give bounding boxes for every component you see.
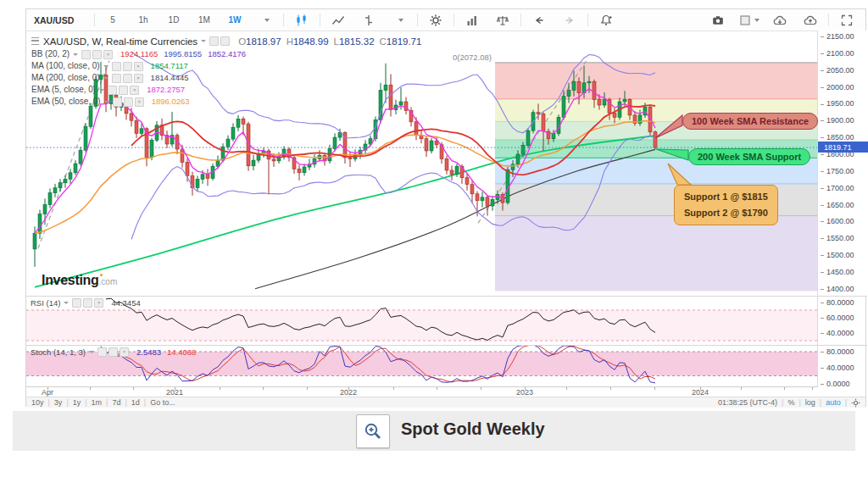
time-tick bbox=[654, 387, 655, 390]
interval-menu-caret[interactable] bbox=[251, 12, 280, 28]
close-icon[interactable]: × bbox=[120, 347, 129, 357]
bb-mid-value: 1924.1165 bbox=[120, 48, 158, 60]
stoch-legend-row[interactable]: Stoch (14, 1, 3) × 2.5483 14.4068 bbox=[31, 347, 196, 357]
separator bbox=[587, 14, 588, 26]
eye-icon[interactable] bbox=[112, 62, 121, 71]
indicator-row-ema5[interactable]: EMA (5, close, 0) × 1872.2757 bbox=[31, 84, 426, 96]
close-icon[interactable]: × bbox=[134, 74, 143, 83]
separator: | bbox=[798, 398, 800, 407]
indicator-row-bb[interactable]: BB (20, 2) × 1924.1165 1995.8155 1852.41… bbox=[31, 48, 426, 60]
time-tick-label: 2023 bbox=[516, 388, 533, 397]
gear-icon[interactable] bbox=[123, 74, 132, 83]
close-icon[interactable]: × bbox=[94, 298, 103, 308]
low-label: L bbox=[334, 36, 339, 47]
zoom-in-button[interactable] bbox=[356, 414, 390, 448]
close-icon[interactable]: × bbox=[130, 86, 139, 95]
interval-1d-button[interactable]: 1D bbox=[159, 12, 188, 28]
interval-1h-button[interactable]: 1h bbox=[129, 12, 158, 28]
stoch-tick-label: 40.0000 bbox=[821, 364, 854, 372]
fullscreen-button[interactable] bbox=[832, 12, 861, 28]
compare-button[interactable] bbox=[488, 12, 517, 28]
chevron-down-icon bbox=[264, 19, 270, 22]
annotation-support[interactable]: 200 Week SMA Support bbox=[688, 148, 810, 165]
percent-scale-button[interactable]: % bbox=[787, 398, 794, 407]
chart-settings-button[interactable] bbox=[421, 12, 450, 28]
redo-button[interactable] bbox=[555, 12, 584, 28]
alert-button[interactable] bbox=[592, 12, 620, 28]
eye-icon[interactable] bbox=[209, 36, 219, 46]
range-7d-button[interactable]: 7d bbox=[112, 398, 120, 407]
eye-icon[interactable] bbox=[112, 74, 121, 83]
chevron-down-icon bbox=[64, 302, 69, 304]
open-value: 1818.97 bbox=[246, 36, 281, 47]
annotation-support-levels[interactable]: Support 1 @ $1815 Support 2 @ $1790 bbox=[674, 185, 778, 225]
range-1m-button[interactable]: 1m bbox=[92, 398, 103, 407]
time-tick bbox=[481, 387, 481, 390]
load-layout-button[interactable] bbox=[765, 12, 794, 28]
stoch-axis[interactable]: 80.000040.00000.0000 bbox=[817, 345, 867, 387]
interval-5m-button[interactable]: 5 bbox=[98, 12, 127, 28]
chart-type-menu-caret[interactable] bbox=[385, 12, 414, 28]
interval-1m-button[interactable]: 1M bbox=[190, 12, 219, 28]
goto-button[interactable]: Go to... bbox=[150, 398, 175, 407]
price-tick-label: 1550.00 bbox=[821, 234, 854, 242]
rsi-axis[interactable]: 80.000060.000040.0000 bbox=[817, 296, 867, 346]
chart-type-candles-button[interactable] bbox=[287, 12, 316, 28]
annotation-resistance[interactable]: 100 Week SMA Resistance bbox=[682, 113, 818, 130]
interval-label: 1M bbox=[198, 15, 210, 25]
gear-icon[interactable] bbox=[92, 50, 102, 59]
stoch-panel[interactable]: Stoch (14, 1, 3) × 2.5483 14.4068 bbox=[26, 345, 817, 387]
auto-scale-button[interactable]: auto bbox=[826, 398, 841, 407]
indicator-row-ema50[interactable]: EMA (50, close, 0) × 1896.0263 bbox=[31, 96, 426, 108]
gear-icon[interactable] bbox=[119, 86, 128, 95]
log-scale-button[interactable]: log bbox=[805, 398, 815, 407]
save-layout-button[interactable] bbox=[796, 12, 825, 28]
indicator-row-ma200[interactable]: MA (200, close, 0) × 1814.4445 bbox=[31, 72, 426, 84]
close-icon[interactable]: × bbox=[134, 62, 143, 71]
range-3y-button[interactable]: 3y bbox=[54, 398, 63, 407]
chart-type-bars-button[interactable] bbox=[354, 12, 383, 28]
layout-button[interactable] bbox=[734, 12, 764, 28]
gear-icon[interactable] bbox=[220, 36, 230, 46]
indicators-button[interactable] bbox=[458, 12, 487, 28]
range-10y-button[interactable]: 10y bbox=[31, 398, 44, 407]
brand-dot bbox=[100, 274, 103, 276]
interval-label: 1W bbox=[229, 15, 242, 25]
chevron-down-icon bbox=[754, 19, 760, 22]
rsi-legend-row[interactable]: RSI (14) × 44.3454 bbox=[31, 298, 141, 308]
range-1d-button[interactable]: 1d bbox=[131, 398, 140, 407]
camera-icon bbox=[711, 14, 725, 27]
eye-icon[interactable] bbox=[81, 50, 91, 59]
indicator-row-ma100[interactable]: MA (100, close, 0) × 1854.7117 bbox=[31, 60, 426, 72]
rsi-value: 44.3454 bbox=[111, 298, 140, 308]
rsi-tick-label: 40.0000 bbox=[821, 329, 854, 337]
gear-icon[interactable] bbox=[83, 298, 92, 308]
price-tick-label: 1700.00 bbox=[821, 184, 854, 192]
eye-icon[interactable] bbox=[113, 97, 122, 107]
price-tick-label: 2000.00 bbox=[821, 83, 854, 92]
price-axis[interactable]: 2150.002100.002050.002000.001950.001900.… bbox=[817, 31, 867, 296]
close-icon[interactable]: × bbox=[103, 50, 113, 59]
interval-label: 5 bbox=[110, 15, 115, 25]
clock-readout[interactable]: 01:38:25 (UTC-4) bbox=[718, 398, 777, 407]
gear-icon[interactable] bbox=[124, 97, 133, 107]
range-1y-button[interactable]: 1y bbox=[73, 398, 81, 407]
gear-icon[interactable] bbox=[123, 62, 132, 71]
candlestick-chart-icon bbox=[295, 14, 309, 27]
eye-icon[interactable] bbox=[108, 86, 117, 95]
time-tick bbox=[393, 387, 394, 390]
instrument-legend-row[interactable]: XAU/USD, W, Real-time Currencies O1818.9… bbox=[31, 34, 426, 48]
eye-icon[interactable] bbox=[97, 347, 107, 357]
ma100-value: 1854.7117 bbox=[151, 60, 188, 72]
eye-icon[interactable] bbox=[72, 298, 81, 308]
snapshot-button[interactable] bbox=[704, 12, 732, 28]
gear-icon[interactable] bbox=[108, 347, 118, 357]
undo-button[interactable] bbox=[525, 12, 554, 28]
annotation-text: 200 Week SMA Support bbox=[698, 152, 801, 162]
interval-1w-button[interactable]: 1W bbox=[220, 12, 249, 28]
chart-type-line-button[interactable] bbox=[324, 12, 353, 28]
close-icon[interactable]: × bbox=[135, 97, 144, 107]
rsi-panel[interactable]: RSI (14) × 44.3454 bbox=[26, 296, 817, 346]
settings-gear-icon[interactable] bbox=[851, 398, 860, 408]
symbol-button[interactable]: XAU/USD bbox=[27, 12, 91, 28]
